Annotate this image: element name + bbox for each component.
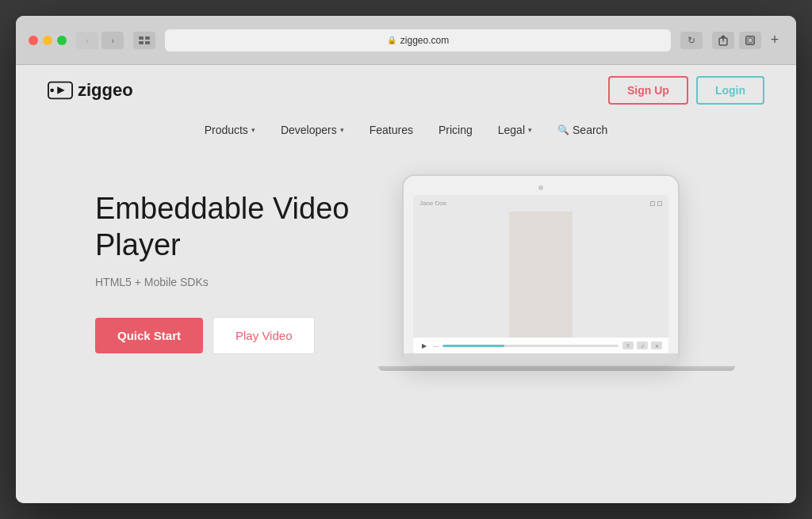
nav-legal-label: Legal	[498, 124, 525, 136]
svg-rect-5	[746, 36, 755, 44]
address-bar[interactable]: 🔒 ziggeo.com	[165, 29, 671, 52]
logo[interactable]: ziggeo	[48, 80, 133, 101]
laptop-base	[378, 366, 735, 371]
video-controls-bar[interactable]: ▶ — ≡ ⤢ ✕	[413, 338, 668, 353]
quickstart-button[interactable]: Quick Start	[95, 318, 203, 353]
progress-fill	[442, 345, 504, 347]
playvideo-button[interactable]: Play Video	[213, 317, 315, 354]
video-top-bar: Jane Doe	[413, 195, 668, 212]
svg-rect-1	[145, 36, 150, 40]
close-video-button[interactable]: ✕	[651, 342, 662, 349]
nav-item-products[interactable]: Products ▾	[192, 117, 268, 143]
login-button[interactable]: Login	[696, 76, 764, 105]
nav-products-label: Products	[205, 124, 248, 136]
logo-icon	[48, 82, 73, 99]
signup-button[interactable]: Sign Up	[608, 76, 688, 105]
browser-window: ‹ › 🔒 ziggeo.com ↻	[16, 16, 796, 503]
nav-item-legal[interactable]: Legal ▾	[485, 117, 545, 143]
nav-buttons: ‹ ›	[76, 32, 124, 49]
volume-button[interactable]: ≡	[622, 342, 634, 349]
video-action-buttons: ≡ ⤢ ✕	[622, 342, 662, 349]
site-header: ziggeo Sign Up Login	[16, 65, 796, 105]
new-tab-button[interactable]: +	[766, 32, 783, 49]
svg-rect-18	[509, 212, 573, 338]
laptop-outer-container: Jane Doe	[402, 174, 711, 371]
logo-text: ziggeo	[78, 80, 133, 101]
nav-developers-arrow: ▾	[340, 126, 344, 134]
svg-rect-6	[748, 38, 753, 43]
nav-features-label: Features	[370, 124, 413, 136]
nav-developers-label: Developers	[281, 124, 337, 136]
close-button[interactable]	[29, 36, 38, 45]
nav-item-developers[interactable]: Developers ▾	[268, 117, 357, 143]
page-content: ziggeo Sign Up Login Products ▾ Develope…	[16, 65, 796, 503]
share-button[interactable]	[712, 32, 734, 49]
time-separator: —	[433, 343, 439, 349]
nav-item-features[interactable]: Features	[357, 117, 426, 143]
header-buttons: Sign Up Login	[608, 76, 764, 105]
nav-pricing-label: Pricing	[439, 124, 473, 136]
svg-rect-3	[145, 41, 150, 44]
nav-products-arrow: ▾	[251, 126, 255, 134]
maximize-button[interactable]	[57, 36, 67, 45]
browser-chrome: ‹ › 🔒 ziggeo.com ↻	[16, 16, 796, 65]
video-person-name: Jane Doe	[419, 200, 446, 207]
nav-legal-arrow: ▾	[528, 126, 532, 134]
url-text: ziggeo.com	[400, 35, 449, 46]
video-main-area	[413, 212, 668, 338]
reload-button[interactable]: ↻	[680, 32, 703, 49]
browser-actions: +	[712, 32, 783, 49]
nav-row: Products ▾ Developers ▾ Features Pricing…	[16, 117, 796, 143]
fullscreen-button[interactable]: ⤢	[637, 342, 648, 349]
nav-item-pricing[interactable]: Pricing	[426, 117, 485, 143]
laptop-hinge	[404, 353, 678, 364]
laptop-camera	[538, 185, 543, 190]
expand-icon[interactable]	[650, 201, 662, 206]
laptop-body: Jane Doe	[402, 174, 680, 366]
minimize-button[interactable]	[43, 36, 52, 45]
nav-search-label: Search	[573, 124, 607, 136]
progress-bar[interactable]	[442, 345, 619, 347]
hero-text: Embeddable Video Player HTML5 + Mobile S…	[95, 191, 365, 354]
main-nav: Products ▾ Developers ▾ Features Pricing…	[48, 117, 764, 143]
tab-overview-button[interactable]	[133, 32, 155, 49]
nav-item-search[interactable]: 🔍 Search	[545, 117, 620, 143]
search-icon: 🔍	[557, 124, 569, 135]
svg-point-9	[50, 89, 54, 93]
traffic-lights	[29, 36, 67, 45]
svg-marker-8	[57, 86, 64, 93]
hero-subtitle: HTML5 + Mobile SDKs	[95, 276, 365, 288]
tabs-button[interactable]	[739, 32, 761, 49]
play-pause-button[interactable]: ▶	[419, 342, 429, 349]
forward-button[interactable]: ›	[102, 32, 124, 49]
hero-buttons: Quick Start Play Video	[95, 317, 365, 354]
person-silhouette	[509, 212, 573, 338]
hero-title: Embeddable Video Player	[95, 191, 365, 263]
laptop-screen: Jane Doe	[413, 195, 668, 353]
hero-section: Embeddable Video Player HTML5 + Mobile S…	[16, 151, 796, 387]
laptop-mockup: Jane Doe	[396, 174, 717, 371]
svg-rect-0	[139, 36, 144, 40]
lock-icon: 🔒	[387, 36, 396, 44]
svg-rect-2	[139, 41, 144, 44]
video-player: Jane Doe	[413, 195, 668, 353]
back-button[interactable]: ‹	[76, 32, 98, 49]
